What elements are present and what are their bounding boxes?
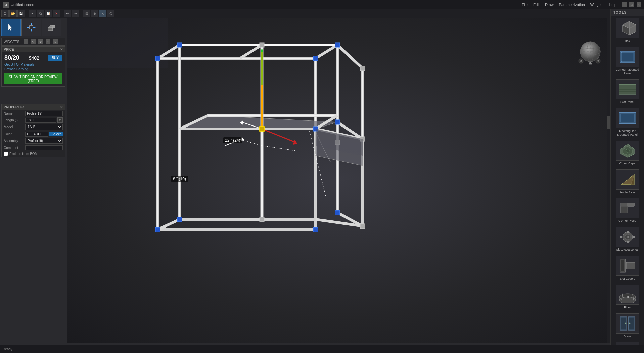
tool-doors[interactable]: Doors: [612, 312, 643, 340]
svg-rect-86: [360, 66, 365, 71]
widget-settings-icon[interactable]: ⚙: [38, 39, 43, 44]
minimize-button[interactable]: _: [622, 2, 627, 7]
properties-panel-close[interactable]: ✕: [60, 105, 63, 109]
tool-rectangular-mounted-panel[interactable]: Rectangular Mounted Panel: [612, 106, 643, 138]
scrollbar-thumb[interactable]: [607, 116, 610, 129]
comment-row: Comment: [2, 144, 65, 151]
svg-rect-79: [335, 43, 340, 47]
view-mode-button[interactable]: ⊕: [91, 10, 98, 17]
widget-dollar-icon[interactable]: $: [53, 39, 58, 44]
length-unit-btn[interactable]: ⊞: [57, 117, 63, 123]
corner-piece-label: Corner Piece: [618, 219, 636, 223]
length-input[interactable]: [25, 118, 56, 123]
svg-rect-135: [627, 241, 629, 243]
new-button[interactable]: 🗋: [1, 10, 9, 17]
move-mode-btn[interactable]: [21, 19, 41, 36]
price-row: 80/20 $402 BUY: [4, 54, 62, 61]
vertical-scrollbar[interactable]: [607, 18, 610, 343]
menu-file[interactable]: File: [522, 3, 528, 7]
buy-button[interactable]: BUY: [48, 55, 62, 61]
box-tool-icon: [616, 18, 639, 38]
svg-rect-134: [627, 231, 629, 233]
name-input[interactable]: [25, 111, 63, 116]
widget-add-icon[interactable]: +: [24, 39, 28, 44]
tool-cover-caps[interactable]: Cover Caps: [612, 139, 643, 167]
widget-list-icon[interactable]: ≡: [46, 39, 50, 44]
comment-input[interactable]: [25, 145, 63, 150]
cut-button[interactable]: ✂: [29, 10, 36, 17]
redo-button[interactable]: ↪: [72, 10, 79, 17]
svg-rect-82: [260, 43, 264, 47]
delete-button[interactable]: ✕: [53, 10, 60, 17]
tool-contour-mounted-panel[interactable]: Contour Mounted Panel: [612, 45, 643, 77]
tool-angle-slice[interactable]: Angle Slice: [612, 168, 643, 196]
svg-line-71: [262, 146, 295, 151]
extrude-mode-btn[interactable]: [42, 19, 61, 36]
tool-slot-accessories[interactable]: Slot Accessories: [612, 225, 643, 253]
tool-box[interactable]: Box: [612, 16, 643, 45]
status-message: Ready: [3, 347, 12, 351]
svg-marker-12: [53, 25, 55, 29]
price-panel-close[interactable]: ✕: [60, 48, 63, 51]
svg-line-42: [316, 129, 363, 139]
assembly-label: Assembly: [4, 139, 24, 143]
assembly-row: Assembly Profile(19): [2, 137, 65, 144]
maximize-button[interactable]: □: [629, 2, 634, 7]
model-select[interactable]: 1"x1": [25, 124, 63, 130]
corner-piece-icon: [616, 198, 639, 218]
menu-widgets[interactable]: Widgets: [590, 3, 604, 7]
svg-marker-66: [293, 140, 297, 145]
cursor-button[interactable]: ↖: [99, 10, 106, 17]
menu-bar: File Edit Draw Parametrization Widgets H…: [522, 3, 616, 7]
menu-help[interactable]: Help: [609, 3, 616, 7]
select-mode-button[interactable]: ⊡: [83, 10, 90, 17]
undo-button[interactable]: ↩: [64, 10, 71, 17]
menu-draw[interactable]: Draw: [545, 3, 554, 7]
tool-corner-piece[interactable]: Corner Piece: [612, 196, 643, 224]
browse-catalog-link[interactable]: Browse Catalog: [4, 67, 62, 71]
floor-label: Floor: [624, 306, 631, 309]
copy-button[interactable]: ⧉: [37, 10, 44, 17]
perspective-lines: [67, 18, 168, 68]
name-label: Name: [4, 112, 24, 115]
tool-slot-covers[interactable]: Slot Covers: [612, 254, 643, 282]
select-color-button[interactable]: Select: [49, 132, 63, 136]
widget-rotate-icon[interactable]: ↻: [31, 39, 36, 44]
svg-rect-75: [155, 227, 160, 232]
price-panel-title: PRICE: [4, 48, 14, 51]
paste-button[interactable]: 📋: [45, 10, 52, 17]
color-label: Color: [4, 132, 24, 136]
submit-design-button[interactable]: SUBMIT DESIGN FOR REVIEW (FREE): [4, 73, 62, 84]
svg-rect-85: [313, 127, 318, 131]
tool-slot-panel[interactable]: Slot Panel: [612, 78, 643, 106]
svg-rect-69: [260, 127, 264, 131]
close-button[interactable]: ✕: [637, 2, 641, 7]
get-bom-link[interactable]: Get Bill Of Materials: [4, 63, 62, 66]
widgets-bar: WIDGETS + ↻ ⚙ ≡ $: [1, 38, 65, 46]
exclude-bom-row: Exclude from BOM: [2, 151, 65, 157]
menu-parametrization[interactable]: Parametrization: [559, 3, 585, 7]
tool-floor[interactable]: Floor: [612, 283, 643, 311]
menu-edit[interactable]: Edit: [533, 3, 540, 7]
main-viewport[interactable]: 8 " (10) 22 " (24) ⚙ ⊕: [67, 18, 610, 343]
select-mode-btn[interactable]: [1, 19, 21, 36]
svg-rect-78: [177, 43, 182, 47]
svg-rect-77: [313, 227, 318, 232]
scene-title: Untitled.scene: [11, 3, 34, 7]
price-panel-header: PRICE ✕: [2, 47, 65, 52]
svg-rect-88: [360, 137, 365, 141]
svg-marker-9: [35, 27, 36, 28]
svg-rect-84: [260, 217, 264, 222]
slot-accessories-icon: [616, 227, 639, 247]
orientation-widget[interactable]: ⚙ ⊕: [577, 38, 604, 65]
exclude-bom-checkbox[interactable]: [4, 152, 8, 156]
svg-rect-112: [622, 53, 634, 61]
svg-line-30: [316, 45, 337, 58]
save-button[interactable]: 💾: [17, 10, 25, 17]
properties-panel: PROPERTIES ✕ Name Length (') ⊞ Model 1"x…: [1, 104, 65, 157]
open-button[interactable]: 📂: [9, 10, 17, 17]
price-panel: PRICE ✕ 80/20 $402 BUY Get Bill Of Mater…: [1, 46, 65, 87]
render-button[interactable]: ⬡: [107, 10, 114, 17]
assembly-select[interactable]: Profile(19): [25, 138, 63, 144]
svg-marker-7: [27, 27, 28, 28]
